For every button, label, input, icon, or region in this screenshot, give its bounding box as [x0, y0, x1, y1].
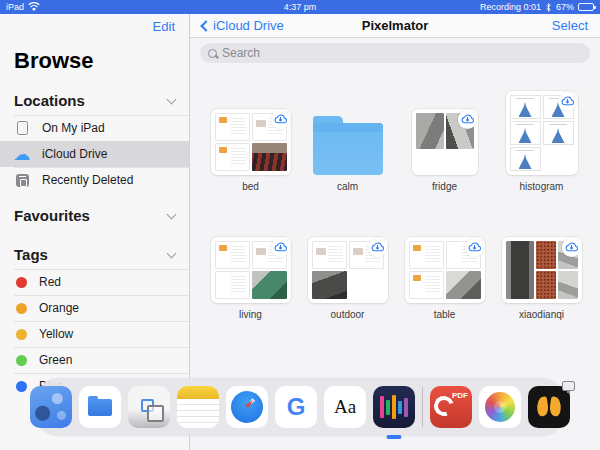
tag-label: Orange — [39, 301, 79, 315]
ipad-icon — [14, 120, 30, 136]
search-bar[interactable] — [200, 43, 590, 63]
file-tile-fridge[interactable]: fridge — [396, 109, 493, 192]
file-thumbnail — [506, 91, 578, 175]
sidebar-item-icloud-drive[interactable]: ☁ iCloud Drive — [0, 141, 189, 167]
file-name: living — [239, 309, 262, 320]
search-input[interactable] — [222, 46, 582, 60]
dock-divider — [422, 387, 423, 427]
edit-button[interactable]: Edit — [153, 19, 175, 34]
file-name: bed — [242, 181, 259, 192]
yellow-tag-dot-icon — [16, 329, 27, 340]
status-bar: iPad 4:37 pm Recording 0:01 67% — [0, 0, 600, 14]
chevron-down-icon — [167, 94, 177, 104]
chevron-down-icon — [167, 209, 177, 219]
file-name: fridge — [432, 181, 457, 192]
cloud-download-icon[interactable] — [368, 238, 387, 257]
tag-label: Yellow — [39, 327, 73, 341]
sidebar-tag-orange[interactable]: Orange — [0, 295, 189, 321]
cloud-download-icon[interactable] — [271, 110, 290, 129]
bluetooth-icon — [545, 2, 552, 13]
file-thumbnail — [412, 109, 478, 175]
file-thumbnail — [211, 237, 291, 303]
folder-icon — [313, 123, 383, 175]
file-tile-table[interactable]: table — [396, 237, 493, 320]
google-app-icon[interactable]: G — [275, 386, 317, 428]
butterfly-app-icon[interactable] — [528, 386, 570, 428]
photos-app-icon[interactable] — [479, 386, 521, 428]
sidebar-item-recently-deleted[interactable]: Recently Deleted — [0, 167, 189, 193]
section-tags[interactable]: Tags — [0, 240, 189, 269]
search-icon — [208, 49, 217, 58]
safari-app-icon[interactable] — [226, 386, 268, 428]
file-tile-outdoor[interactable]: outdoor — [299, 237, 396, 320]
pdf-expert-app-icon[interactable]: PDF — [430, 386, 472, 428]
google-g-glyph: G — [287, 393, 306, 421]
device-label: iPad — [6, 2, 24, 12]
file-name: outdoor — [331, 309, 365, 320]
orange-tag-dot-icon — [16, 303, 27, 314]
sidebar-tag-yellow[interactable]: Yellow — [0, 321, 189, 347]
section-favourites-label: Favourites — [14, 207, 90, 224]
chevron-down-icon — [167, 248, 177, 258]
files-app-icon[interactable] — [79, 386, 121, 428]
file-name: table — [434, 309, 456, 320]
navigation-bar: iCloud Drive Pixelmator Select — [190, 14, 600, 38]
folder-tile-calm[interactable]: calm — [299, 111, 396, 192]
file-name: xiaodianqi — [519, 309, 564, 320]
file-tile-xiaodianqi[interactable]: xiaodianqi — [493, 237, 590, 320]
file-tile-living[interactable]: living — [202, 237, 299, 320]
file-tile-bed[interactable]: bed — [202, 109, 299, 192]
select-button[interactable]: Select — [552, 18, 588, 33]
cloud-download-icon[interactable] — [558, 92, 577, 111]
cloud-download-icon[interactable] — [458, 110, 477, 129]
battery-icon — [578, 3, 594, 11]
cloud-download-icon[interactable] — [271, 238, 290, 257]
sidebar-item-on-my-ipad[interactable]: On My iPad — [0, 115, 189, 141]
back-label: iCloud Drive — [213, 18, 284, 33]
file-thumbnail — [308, 237, 388, 303]
pixelmator-app-icon[interactable] — [373, 386, 415, 428]
sidebar-tag-green[interactable]: Green — [0, 347, 189, 373]
file-tile-histogram[interactable]: histogram — [493, 91, 590, 192]
fonts-aa-glyph: Aa — [334, 396, 356, 418]
file-thumbnail — [502, 237, 582, 303]
section-favourites[interactable]: Favourites — [0, 201, 189, 230]
back-button[interactable]: iCloud Drive — [202, 18, 284, 33]
fonts-app-icon[interactable]: Aa — [324, 386, 366, 428]
chevron-left-icon — [200, 20, 211, 31]
red-tag-dot-icon — [16, 277, 27, 288]
sidebar-tag-red[interactable]: Red — [0, 269, 189, 295]
active-app-indicator — [387, 435, 402, 439]
icloud-icon: ☁ — [14, 146, 30, 162]
tag-label: Green — [39, 353, 72, 367]
section-tags-label: Tags — [14, 246, 48, 263]
folder-name: calm — [337, 181, 358, 192]
page-title: Browse — [0, 38, 189, 86]
dock: G Aa PDF — [36, 378, 564, 436]
screen-mirroring-badge-icon — [562, 381, 575, 391]
duplicate-app-icon[interactable] — [128, 386, 170, 428]
section-locations-label: Locations — [14, 92, 85, 109]
file-thumbnail — [405, 237, 485, 303]
sidebar-item-label: On My iPad — [42, 121, 105, 135]
cloud-download-icon[interactable] — [562, 238, 581, 257]
green-tag-dot-icon — [16, 355, 27, 366]
pdf-label: PDF — [452, 391, 468, 400]
bubbles-app-icon[interactable] — [30, 386, 72, 428]
battery-percent: 67% — [556, 2, 574, 12]
section-locations[interactable]: Locations — [0, 86, 189, 115]
recording-indicator[interactable]: Recording 0:01 — [480, 2, 541, 12]
notes-app-icon[interactable] — [177, 386, 219, 428]
tag-label: Red — [39, 275, 61, 289]
sidebar-item-label: Recently Deleted — [42, 173, 133, 187]
wifi-icon — [28, 2, 40, 12]
file-thumbnail — [211, 109, 291, 175]
file-name: histogram — [520, 181, 564, 192]
cloud-download-icon[interactable] — [465, 238, 484, 257]
blue-tag-dot-icon — [16, 381, 27, 392]
trash-icon — [14, 172, 30, 188]
sidebar-item-label: iCloud Drive — [42, 147, 107, 161]
